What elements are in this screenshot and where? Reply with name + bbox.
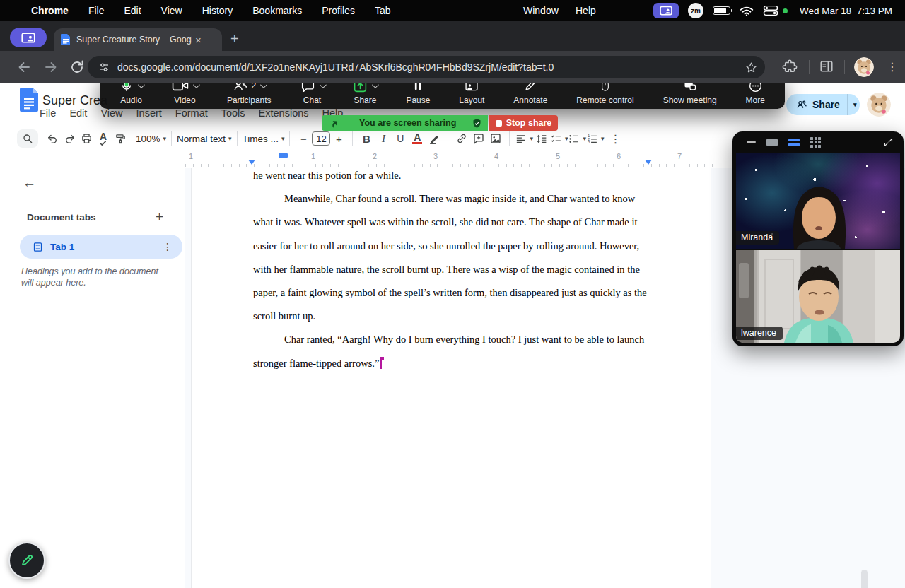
doc-line: stronger flame-tipped arrows.” <box>253 352 647 375</box>
single-view-button[interactable] <box>766 139 778 146</box>
text-color-button[interactable]: A <box>409 129 426 148</box>
extensions-icon[interactable] <box>782 59 798 74</box>
menubar-item-help[interactable]: Help <box>576 5 596 16</box>
print-button[interactable] <box>78 129 95 148</box>
add-tab-button[interactable]: + <box>156 209 163 225</box>
italic-button[interactable]: I <box>375 129 392 148</box>
control-center-icon[interactable] <box>763 5 778 16</box>
video-tiles: Miranda lwarence <box>736 153 900 343</box>
docs-menu-row: File Edit View Insert Format Tools Exten… <box>40 107 343 119</box>
bold-button[interactable]: B <box>358 129 375 148</box>
address-bar[interactable]: docs.google.com/document/d/1XF2o1neNKAyj… <box>88 56 765 78</box>
first-line-indent-marker[interactable] <box>279 153 288 158</box>
toolbar-more-kebab[interactable]: ⋮ <box>607 129 624 148</box>
browser-tab-active[interactable]: Super Creature Story – Googl × <box>54 28 222 51</box>
bulleted-list-button[interactable]: ▾ <box>568 129 586 148</box>
docs-menu-view[interactable]: View <box>100 107 122 119</box>
docs-search-button[interactable] <box>17 129 38 148</box>
align-button[interactable]: ▾ <box>515 129 533 148</box>
video-tile-lwarence[interactable]: lwarence <box>736 250 900 343</box>
forward-button[interactable] <box>42 59 59 76</box>
annotation-pencil-fab[interactable] <box>8 542 45 579</box>
zoom-video-panel[interactable]: Miranda lwarence <box>732 131 904 346</box>
stacked-view-button-active[interactable] <box>788 139 800 146</box>
underline-button[interactable]: U <box>392 129 409 148</box>
paint-format-button[interactable] <box>112 129 129 148</box>
menubar-item-tab[interactable]: Tab <box>375 5 391 16</box>
battery-icon[interactable] <box>713 6 730 15</box>
document-title[interactable]: Super Crea <box>42 93 107 108</box>
recording-indicator-dot <box>783 8 788 13</box>
ruler-number: 1 <box>311 152 315 160</box>
reload-button[interactable] <box>69 59 86 76</box>
undo-button[interactable] <box>44 129 61 148</box>
paragraph-style-select[interactable]: Normal text▾ <box>177 129 232 148</box>
share-dropdown-caret[interactable]: ▾ <box>853 101 857 108</box>
shield-check-icon[interactable] <box>472 118 482 129</box>
gallery-view-button[interactable] <box>810 137 821 148</box>
numbered-list-button[interactable]: 123▾ <box>586 129 605 148</box>
zoom-menubar-icon[interactable]: zm <box>688 3 703 18</box>
zoom-select[interactable]: 100%▾ <box>136 129 166 148</box>
font-size-increase-button[interactable]: + <box>330 129 347 148</box>
spell-check-button[interactable]: A <box>95 129 112 148</box>
side-panel-icon[interactable] <box>819 59 834 74</box>
document-tab-1[interactable]: Tab 1 ⋮ <box>20 235 182 259</box>
stop-icon <box>496 120 502 127</box>
docs-menu-format[interactable]: Format <box>175 107 208 119</box>
close-panel-back-arrow[interactable]: ← <box>23 175 36 191</box>
menubar-item-file[interactable]: File <box>88 5 105 16</box>
wifi-icon[interactable] <box>740 6 754 16</box>
stop-share-button[interactable]: Stop share <box>489 115 558 131</box>
svg-text:3: 3 <box>588 140 590 144</box>
video-tile-miranda[interactable]: Miranda <box>736 153 900 249</box>
document-text[interactable]: he went near this potion for a while. Me… <box>253 164 647 375</box>
insert-image-button[interactable] <box>487 129 504 148</box>
document-tabs-title: Document tabs <box>27 212 96 223</box>
left-indent-marker[interactable] <box>248 160 255 165</box>
bookmark-star-icon[interactable] <box>745 61 758 74</box>
expand-panel-icon[interactable] <box>883 137 894 148</box>
tab-close-icon[interactable]: × <box>195 34 202 46</box>
docs-menu-edit[interactable]: Edit <box>69 107 87 119</box>
toolbar-divider <box>509 131 510 146</box>
line-spacing-button[interactable] <box>533 129 550 148</box>
menubar-item-history[interactable]: History <box>202 5 233 16</box>
docs-menu-extensions[interactable]: Extensions <box>259 107 309 119</box>
insert-link-button[interactable] <box>453 129 470 148</box>
docs-account-avatar[interactable] <box>867 93 891 117</box>
ruler-number: 4 <box>494 152 498 160</box>
checklist-button[interactable]: ▾ <box>550 129 568 148</box>
menubar-item-edit[interactable]: Edit <box>124 5 141 16</box>
back-button[interactable] <box>16 59 33 76</box>
menubar-clock[interactable]: Wed Mar 18 7:13 PM <box>800 6 892 16</box>
screen-sharing-status-icon[interactable] <box>653 3 679 18</box>
tabstrip-screen-share-pill[interactable] <box>10 28 47 47</box>
font-size-decrease-button[interactable]: ←− <box>295 129 312 148</box>
docs-menu-tools[interactable]: Tools <box>221 107 245 119</box>
font-select[interactable]: Times ...▾ <box>243 129 285 148</box>
browser-profile-avatar[interactable] <box>854 57 874 77</box>
redo-button[interactable] <box>61 129 78 148</box>
docs-menu-file[interactable]: File <box>40 107 56 119</box>
right-indent-marker[interactable] <box>645 160 652 165</box>
minimize-videos-button[interactable] <box>747 141 756 143</box>
highlight-color-button[interactable] <box>426 129 443 148</box>
tab-options-kebab[interactable]: ⋮ <box>163 241 173 252</box>
menubar-item-view[interactable]: View <box>161 5 182 16</box>
font-size-input[interactable]: 12 <box>312 131 330 146</box>
chrome-menu-kebab[interactable]: ⋮ <box>887 60 898 74</box>
document-page[interactable]: he went near this potion for a while. Me… <box>191 168 711 588</box>
docs-share-button[interactable]: Share ▾ <box>786 94 860 115</box>
menubar-item-window[interactable]: Window <box>523 5 559 16</box>
docs-menu-insert[interactable]: Insert <box>136 107 162 119</box>
add-comment-button[interactable] <box>470 129 487 148</box>
menubar-item-bookmarks[interactable]: Bookmarks <box>252 5 302 16</box>
new-tab-button[interactable]: + <box>230 30 239 48</box>
screen-person-icon <box>21 33 35 43</box>
site-settings-icon[interactable] <box>98 61 110 74</box>
menubar-item-profiles[interactable]: Profiles <box>322 5 355 16</box>
vertical-scrollbar-thumb[interactable] <box>861 570 868 588</box>
google-docs-logo[interactable] <box>20 88 38 112</box>
menubar-app-name[interactable]: Chrome <box>31 5 69 16</box>
